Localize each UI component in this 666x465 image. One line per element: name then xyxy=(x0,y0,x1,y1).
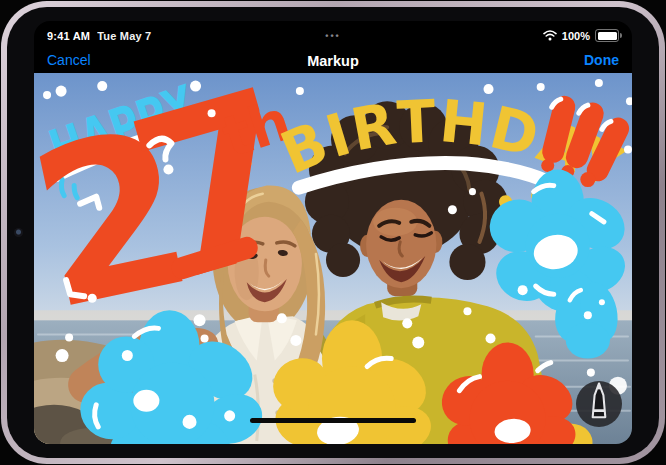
screen: 9:41 AMTue May 7 ••• 100% Cancel Markup … xyxy=(34,21,632,444)
wifi-icon xyxy=(543,30,557,41)
status-bar: 9:41 AMTue May 7 ••• 100% xyxy=(34,21,632,51)
markup-pen-tool-button[interactable] xyxy=(576,381,622,427)
battery-icon xyxy=(595,29,619,42)
battery-percent: 100% xyxy=(562,30,590,42)
done-button[interactable]: Done xyxy=(584,52,619,68)
photo-canvas[interactable]: HAPPY 2 7 th xyxy=(34,73,632,444)
status-indicators: 100% xyxy=(543,29,619,42)
marker-pen-icon xyxy=(582,382,616,426)
photo-illustration: HAPPY 2 7 th xyxy=(34,73,632,444)
page-title: Markup xyxy=(34,53,632,69)
markup-toolbar: Cancel Markup Done xyxy=(34,51,632,73)
front-camera xyxy=(14,228,23,237)
screenshot: 9:41 AMTue May 7 ••• 100% Cancel Markup … xyxy=(0,0,666,465)
home-indicator[interactable] xyxy=(250,418,416,423)
